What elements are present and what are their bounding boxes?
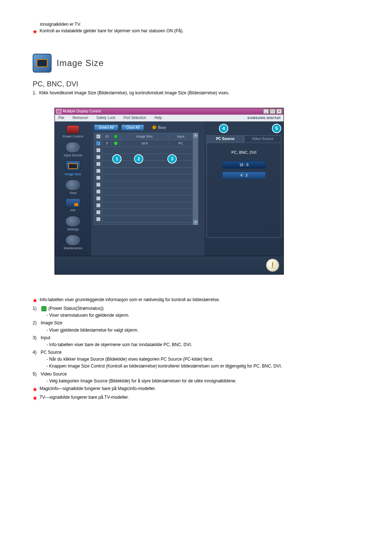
info-star-b: MagicInfo—signalkilde fungerer bare på M…	[40, 385, 156, 392]
table-row[interactable]: 0 16:9 PC	[94, 140, 192, 147]
warning-icon: !	[266, 259, 279, 272]
grid-header-row: ID Image Size Input	[94, 133, 192, 140]
row-checkbox[interactable]	[96, 148, 101, 152]
sidebar-input-source[interactable]: Input Source	[55, 142, 91, 157]
row-checkbox[interactable]	[96, 189, 101, 194]
table-row[interactable]	[94, 202, 192, 209]
sidebar-time[interactable]: Time	[55, 180, 91, 195]
right-panel-body: PC, BNC, DVI 16 : 9 4 : 3	[207, 143, 281, 238]
item-1-sub: - Viser strømstatusen for gjeldende skje…	[46, 312, 377, 319]
table-row[interactable]	[94, 216, 192, 223]
item-5-sub: - Velg kategorien Image Source (Bildekil…	[46, 378, 377, 385]
table-row[interactable]	[94, 175, 192, 181]
sidebar-power-control[interactable]: Power Control	[55, 125, 91, 138]
image-size-icon-small	[66, 161, 80, 172]
item-4-sub2: - Knappen Image Size Control (Kontroll a…	[46, 363, 377, 370]
row-size: 16:9	[120, 141, 169, 145]
ratio-16-9-button[interactable]: 16 : 9	[222, 161, 266, 169]
step-1-text: Klikk hovedikonet Image Size (Bildestørr…	[39, 90, 229, 97]
intro-star-line: Kontroll av indatakilde gjelder bare for…	[40, 28, 184, 34]
section-header: Image Size	[33, 54, 377, 73]
item-3-sub: - Info-tabellen viser bare de skjermene …	[46, 341, 377, 348]
table-row[interactable]	[94, 168, 192, 175]
section-subtitle: PC, BNC, DVI	[33, 80, 377, 88]
row-checkbox[interactable]	[96, 196, 101, 201]
sidebar-settings[interactable]: Settings	[55, 216, 91, 231]
ratio-4-3-button[interactable]: 4 : 3	[222, 172, 266, 179]
list-num-5: 5)	[33, 371, 41, 385]
menu-safety-lock[interactable]: Safety Lock	[93, 116, 119, 120]
table-row[interactable]	[94, 195, 192, 202]
row-checkbox[interactable]	[96, 182, 101, 187]
row-checkbox[interactable]	[96, 155, 101, 159]
table-row[interactable]	[94, 147, 192, 154]
window-title: Multiple Display Control	[63, 109, 101, 113]
header-input: Input	[169, 135, 192, 138]
close-button[interactable]: ×	[276, 109, 282, 114]
item-4-title: PC Source	[41, 350, 62, 355]
display-grid: ID Image Size Input 0 16:9 PC	[94, 133, 193, 225]
header-id: ID	[103, 135, 112, 138]
busy-indicator: Busy	[152, 125, 166, 130]
scroll-down-icon[interactable]: ▼	[193, 220, 198, 225]
scroll-up-icon[interactable]: ▲	[193, 133, 198, 138]
list-num-4: 4)	[33, 349, 41, 370]
row-checkbox[interactable]	[96, 176, 101, 180]
sidebar-maintenance[interactable]: Maintenance	[55, 235, 91, 250]
list-num-1: 1)	[33, 305, 41, 319]
item-2-sub: - Viser gjeldende bildestørrelse for val…	[46, 327, 377, 334]
row-input: PC	[169, 141, 192, 145]
menu-port-selection[interactable]: Port Selection	[120, 116, 150, 120]
step-number: 1.	[33, 90, 39, 97]
header-power-icon	[114, 134, 118, 139]
item-4-sub1: - Når du klikker Image Source (Bildekild…	[46, 356, 377, 363]
table-row[interactable]	[94, 188, 192, 195]
scrollbar[interactable]: ▲ ▼	[193, 133, 198, 225]
sidebar-pip[interactable]: PIP	[55, 198, 91, 212]
tab-pc-source[interactable]: PC Source	[207, 135, 244, 143]
table-row[interactable]	[94, 181, 192, 188]
right-panel-group-title: PC, BNC, DVI	[207, 150, 281, 155]
menubar: File Remocon Safety Lock Port Selection …	[55, 115, 283, 122]
row-power-led	[114, 141, 118, 145]
row-checkbox[interactable]	[96, 210, 101, 214]
row-checkbox[interactable]	[96, 203, 101, 208]
row-id: 0	[103, 141, 112, 145]
star-icon: ★	[33, 394, 37, 402]
row-checkbox[interactable]	[96, 169, 101, 173]
list-num-3: 3)	[33, 335, 41, 348]
star-icon: ★	[33, 296, 37, 304]
image-size-icon	[33, 54, 52, 73]
item-1-title: (Power Status(Strømstatus))	[48, 306, 103, 311]
row-checkbox[interactable]	[96, 141, 101, 145]
sidebar-image-size[interactable]: Image Size	[55, 161, 91, 176]
table-row[interactable]	[94, 161, 192, 168]
row-checkbox[interactable]	[96, 162, 101, 166]
callout-4: 4	[219, 124, 228, 133]
table-row[interactable]	[94, 209, 192, 216]
header-checkbox[interactable]	[96, 134, 101, 139]
item-5-title: Video Source	[41, 372, 67, 377]
star-icon: ★	[33, 28, 37, 36]
menu-file[interactable]: File	[55, 116, 68, 120]
clear-all-button[interactable]: Clear All	[121, 124, 144, 131]
brand-label: SAMSUNG DIGITall	[248, 116, 283, 120]
info-star-a: Info-tabellen viser grunnleggende inform…	[40, 296, 220, 303]
section-title: Image Size	[57, 58, 104, 68]
tab-video-source[interactable]: Video Source	[244, 135, 281, 143]
menu-help[interactable]: Help	[151, 116, 166, 120]
sidebar: Power Control Input Source Image Size Ti…	[55, 122, 91, 256]
row-checkbox[interactable]	[96, 217, 101, 221]
power-status-icon	[41, 306, 46, 311]
titlebar: Multiple Display Control _ □ ×	[55, 108, 283, 115]
settings-icon	[65, 216, 81, 227]
table-row[interactable]	[94, 154, 192, 161]
maximize-button[interactable]: □	[270, 109, 275, 114]
item-3-title: Input	[41, 335, 50, 340]
maintenance-icon	[65, 235, 81, 246]
callout-5: 5	[272, 124, 281, 133]
select-all-button[interactable]: Select All	[94, 124, 118, 131]
intro-line-1: innsignalkilden er TV.	[40, 22, 377, 27]
minimize-button[interactable]: _	[263, 109, 269, 114]
menu-remocon[interactable]: Remocon	[69, 116, 92, 120]
